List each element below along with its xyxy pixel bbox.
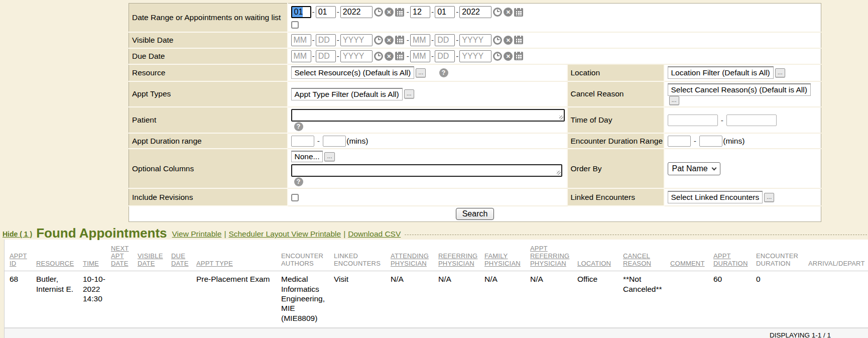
optional-columns-field: None...... <box>288 149 567 188</box>
date-range-end-month-input[interactable] <box>410 6 430 18</box>
resize-grip-icon[interactable] <box>557 171 561 175</box>
calendar-picker-icon[interactable] <box>395 8 404 17</box>
column-header-next-apt-date[interactable]: NEXT APT DATE <box>109 240 136 271</box>
help-icon[interactable] <box>294 177 303 186</box>
due-date-start-month-input[interactable] <box>291 50 311 62</box>
visible-date-end-year-input[interactable] <box>459 34 491 46</box>
table-header-row: APPT IDRESOURCETIMENEXT APT DATEVISIBLE … <box>5 240 868 271</box>
resize-grip-icon[interactable] <box>559 116 563 120</box>
time-picker-icon[interactable] <box>374 8 383 17</box>
time-picker-icon[interactable] <box>493 8 502 17</box>
column-header-visible-date[interactable]: VISIBLE DATE <box>136 240 169 271</box>
column-header-appt-type[interactable]: APPT TYPE <box>194 240 279 271</box>
time-picker-icon[interactable] <box>374 36 383 45</box>
date-range-end-year-input[interactable] <box>459 6 491 18</box>
appt-duration-min-input[interactable] <box>291 136 314 147</box>
dash-separator: - <box>407 52 409 61</box>
column-header-time[interactable]: TIME <box>81 240 109 271</box>
clear-date-icon[interactable] <box>504 8 513 17</box>
linked-encounters-more-button[interactable]: ... <box>764 193 774 202</box>
calendar-picker-icon[interactable] <box>395 36 404 44</box>
resource-more-button[interactable]: ... <box>416 68 426 77</box>
calendar-picker-icon[interactable] <box>514 8 523 17</box>
displaying-count: DISPLAYING 1-1 / 1 <box>4 327 868 338</box>
hide-results-link[interactable]: Hide ( 1 ) <box>3 230 32 240</box>
dash-separator: - <box>317 137 320 145</box>
due-date-start-day-input[interactable] <box>316 50 336 62</box>
help-icon[interactable] <box>294 122 303 131</box>
clear-date-icon[interactable] <box>504 52 513 61</box>
encounter-duration-max-input[interactable] <box>699 136 722 147</box>
time-picker-icon[interactable] <box>374 52 383 61</box>
optional-columns-selected-box[interactable]: None... <box>291 151 323 162</box>
time-picker-icon[interactable] <box>493 52 502 61</box>
order-by-select[interactable]: Pat Name <box>668 162 720 175</box>
patient-input[interactable] <box>291 109 565 122</box>
cell-location: Office <box>575 271 621 327</box>
dash-separator: - <box>456 8 458 17</box>
linked-encounters-filter-box[interactable]: Select Linked Encounters <box>668 191 763 203</box>
dash-separator: - <box>694 137 696 145</box>
due-date-end-month-input[interactable] <box>410 50 430 62</box>
column-header-comment[interactable]: COMMENT <box>668 240 711 271</box>
column-header-appt-id[interactable]: APPT ID <box>5 240 34 271</box>
column-header-referring-physician[interactable]: REFERRING PHYSICIAN <box>436 240 482 271</box>
time-of-day-end-input[interactable] <box>726 115 777 126</box>
column-header-cancel-reason[interactable]: CANCEL REASON <box>621 240 668 271</box>
calendar-picker-icon[interactable] <box>395 52 404 60</box>
due-date-end-year-input[interactable] <box>459 50 491 62</box>
visible-date-start-day-input[interactable] <box>316 34 336 46</box>
visible-date-end-month-input[interactable] <box>410 34 430 46</box>
date-range-end-day-input[interactable] <box>435 6 455 18</box>
appt-types-more-button[interactable]: ... <box>404 89 414 98</box>
download-csv-link[interactable]: Download CSV <box>348 230 401 238</box>
resource-filter-box[interactable]: Select Resource(s) (Default is All) <box>291 66 415 79</box>
encounter-duration-units: (mins) <box>723 137 745 145</box>
due-date-start-year-input[interactable] <box>340 50 373 62</box>
due-date-end-day-input[interactable] <box>435 50 455 62</box>
column-header-attending-physician[interactable]: ATTENDING PHYSICIAN <box>389 240 436 271</box>
time-of-day-start-input[interactable] <box>668 115 718 126</box>
date-range-start-year-input[interactable] <box>340 6 373 18</box>
date-range-start-day-input[interactable] <box>316 6 336 18</box>
cell-attending-physician: N/A <box>389 271 436 327</box>
column-header-resource[interactable]: RESOURCE <box>34 240 81 271</box>
help-icon[interactable] <box>439 68 448 77</box>
search-button[interactable]: Search <box>456 208 494 220</box>
column-header-appt-referring-physician[interactable]: APPT REFERRING PHYSICIAN <box>528 240 575 271</box>
encounter-duration-min-input[interactable] <box>668 136 691 147</box>
clear-date-icon[interactable] <box>385 52 394 61</box>
order-by-field: Pat Name <box>664 149 821 188</box>
scheduler-layout-view-printable-link[interactable]: Scheduler Layout View Printable <box>228 230 341 238</box>
column-header-appt-duration[interactable]: APPT DURATION <box>711 240 754 271</box>
cell-appt-duration: 60 <box>711 271 754 327</box>
clear-date-icon[interactable] <box>504 36 513 45</box>
location-more-button[interactable]: ... <box>775 68 785 77</box>
cell-next-apt-date <box>109 271 136 327</box>
clear-date-icon[interactable] <box>385 36 394 45</box>
date-icon-group <box>493 52 523 61</box>
visible-date-end-day-input[interactable] <box>435 34 455 46</box>
date-range-start-month-input[interactable] <box>291 6 311 18</box>
appt-type-filter-box[interactable]: Appt Type Filter (Default is All) <box>291 88 403 100</box>
cancel-reason-label: Cancel Reason <box>567 81 664 107</box>
include-revisions-checkbox[interactable] <box>291 194 299 201</box>
location-filter-box[interactable]: Location Filter (Default is All) <box>668 66 774 79</box>
visible-date-start-year-input[interactable] <box>340 34 373 46</box>
cancel-reason-more-button[interactable]: ... <box>669 96 679 105</box>
cancel-reason-filter-box[interactable]: Select Cancel Reason(s) (Default is All) <box>668 83 811 96</box>
column-header-family-physician[interactable]: FAMILY PHYSICIAN <box>482 240 528 271</box>
optional-columns-input[interactable] <box>291 164 562 177</box>
calendar-picker-icon[interactable] <box>514 36 523 44</box>
cell-comment <box>668 271 711 327</box>
optional-columns-more-button[interactable]: ... <box>324 152 334 161</box>
time-picker-icon[interactable] <box>493 36 502 45</box>
calendar-picker-icon[interactable] <box>514 52 523 60</box>
view-printable-link[interactable]: View Printable <box>172 230 222 238</box>
waiting-list-checkbox[interactable] <box>291 21 299 29</box>
appt-duration-max-input[interactable] <box>323 136 346 147</box>
clear-date-icon[interactable] <box>385 8 394 17</box>
column-header-location[interactable]: LOCATION <box>575 240 621 271</box>
column-header-due-date[interactable]: DUE DATE <box>169 240 194 271</box>
visible-date-start-month-input[interactable] <box>291 34 311 46</box>
